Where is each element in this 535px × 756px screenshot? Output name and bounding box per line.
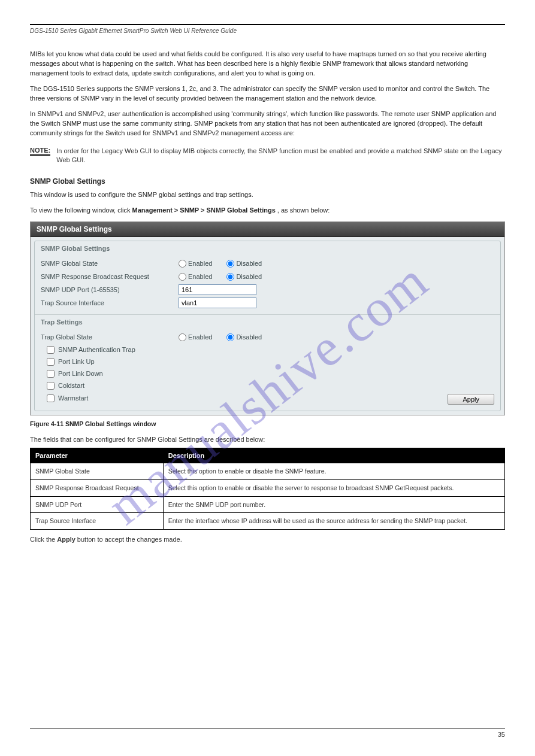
checkbox-label: Port Link Down [58, 370, 103, 377]
radio-label: Disabled [236, 333, 262, 341]
row-trap-global-state: Trap Global State Enabled Disabled [41, 330, 494, 344]
row-snmp-global-state: SNMP Global State Enabled Disabled [41, 257, 494, 270]
input-snmp-udp-port[interactable] [179, 284, 256, 295]
panel-title-bar: SNMP Global Settings [31, 222, 504, 237]
nav-prefix: To view the following window, click [30, 207, 132, 214]
radio-trap-state-enabled[interactable]: Enabled [179, 333, 212, 341]
param-name: Trap Source Interface [31, 513, 164, 530]
radio-snmp-resp-enabled[interactable]: Enabled [179, 273, 212, 281]
apply-button[interactable]: Apply [448, 394, 494, 405]
label-trap-global-state: Trap Global State [41, 333, 179, 341]
divider [35, 314, 500, 315]
note-label: NOTE: [30, 147, 50, 156]
table-row: SNMP UDP Port Enter the SNMP UDP port nu… [31, 496, 505, 513]
radio-label: Disabled [236, 260, 262, 267]
page-footer: 35 [30, 728, 505, 738]
checkbox-port-link-down[interactable] [47, 370, 55, 378]
nav-instruction: To view the following window, click Mana… [30, 206, 505, 215]
radio-snmp-state-enabled[interactable]: Enabled [179, 260, 212, 268]
nav-path: Management > SNMP > SNMP Global Settings [132, 207, 276, 214]
param-desc: Select this option to enable or disable … [163, 463, 504, 480]
txt: button to accept the changes made. [75, 536, 182, 543]
note-text: In order for the Legacy Web GUI to displ… [56, 147, 505, 166]
radio-snmp-state-disabled[interactable]: Disabled [226, 260, 262, 268]
checkbox-label: Warmstart [58, 394, 88, 402]
snmp-global-settings-group: SNMP Global Settings SNMP Global State E… [34, 241, 501, 411]
nav-suffix: , as shown below: [277, 207, 330, 214]
page-number: 35 [498, 731, 505, 738]
label-trap-source-interface: Trap Source Interface [41, 299, 179, 306]
param-name: SNMP Response Broadcast Request [31, 479, 164, 496]
txt: Click the [30, 536, 57, 543]
checkbox-label: Coldstart [58, 382, 84, 389]
section-title: SNMP Global Settings [30, 177, 505, 186]
label-snmp-udp-port: SNMP UDP Port (1-65535) [41, 286, 179, 293]
checkbox-label: Port Link Up [58, 358, 95, 365]
table-row: Trap Source Interface Enter the interfac… [31, 513, 505, 530]
note-block: NOTE: In order for the Legacy Web GUI to… [30, 147, 505, 166]
radio-snmp-resp-disabled[interactable]: Disabled [226, 273, 262, 281]
section-desc: This window is used to configure the SNM… [30, 190, 505, 200]
table-row: SNMP Response Broadcast Request Select t… [31, 479, 505, 496]
row-snmp-udp-port: SNMP UDP Port (1-65535) [41, 283, 494, 296]
intro-paragraph-1: MIBs let you know what data could be use… [30, 50, 505, 78]
apply-instruction: Click the Apply button to accept the cha… [30, 536, 505, 543]
param-name: SNMP UDP Port [31, 496, 164, 513]
input-trap-source-interface[interactable] [179, 297, 256, 308]
label-snmp-global-state: SNMP Global State [41, 260, 179, 267]
radio-label: Enabled [188, 260, 212, 267]
table-row: SNMP Global State Select this option to … [31, 463, 505, 480]
figure-caption: Figure 4-11 SNMP Global Settings window [30, 420, 505, 427]
row-snmp-response: SNMP Response Broadcast Request Enabled … [41, 270, 494, 283]
label-snmp-response: SNMP Response Broadcast Request [41, 273, 179, 280]
checkbox-port-link-up[interactable] [47, 358, 55, 366]
param-name: SNMP Global State [31, 463, 164, 480]
radio-label: Enabled [188, 333, 212, 341]
doc-header: DGS-1510 Series Gigabit Ethernet SmartPr… [30, 28, 505, 34]
checkbox-warmstart[interactable] [47, 394, 55, 402]
group-legend-trap: Trap Settings [41, 318, 494, 326]
th-parameter: Parameter [31, 448, 164, 463]
row-trap-source-interface: Trap Source Interface [41, 296, 494, 309]
params-intro: The fields that can be configured for SN… [30, 436, 505, 443]
param-desc: Enter the SNMP UDP port number. [163, 496, 504, 513]
radio-label: Disabled [236, 273, 262, 280]
intro-paragraph-3: In SNMPv1 and SNMPv2, user authenticatio… [30, 110, 505, 138]
th-description: Description [163, 448, 504, 463]
screenshot-panel: SNMP Global Settings SNMP Global Setting… [30, 221, 505, 415]
checkbox-coldstart[interactable] [47, 382, 55, 390]
txt-bold: Apply [57, 536, 75, 543]
checkbox-snmp-auth-trap[interactable] [47, 346, 55, 354]
radio-label: Enabled [188, 273, 212, 280]
param-desc: Enter the interface whose IP address wil… [163, 513, 504, 530]
intro-paragraph-2: The DGS-1510 Series supports the SNMP ve… [30, 84, 505, 104]
radio-trap-state-disabled[interactable]: Disabled [226, 333, 262, 341]
params-table: Parameter Description SNMP Global State … [30, 448, 505, 530]
checkbox-label: SNMP Authentication Trap [58, 346, 135, 353]
param-desc: Select this option to enable or disable … [163, 479, 504, 496]
group-legend-snmp: SNMP Global Settings [41, 245, 494, 252]
